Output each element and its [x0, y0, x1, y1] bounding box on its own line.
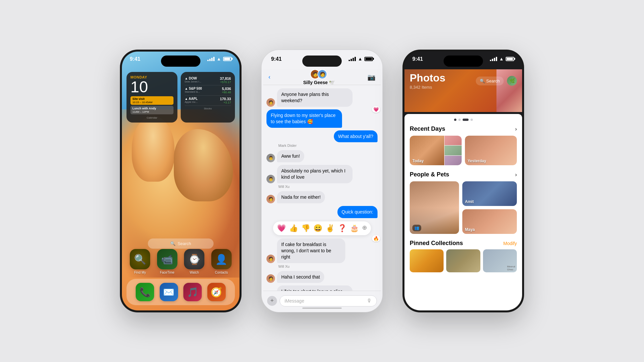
status-time-p2: 9:41	[271, 56, 282, 62]
react-peace[interactable]: ✌️	[326, 224, 334, 233]
react-thumbs-up[interactable]: 👍	[289, 224, 298, 233]
status-time-p1: 9:41	[130, 56, 140, 62]
react-cake[interactable]: 🎂	[350, 224, 359, 233]
reactions-bar[interactable]: 💗 👍 👎 😄 ✌️ ❓ 🎂 ⊕	[273, 221, 371, 235]
wifi-icon: ▲	[217, 56, 221, 61]
stock-name-dow: ▲ DOW	[185, 77, 201, 80]
app-watch[interactable]: ⌚ Watch	[184, 249, 204, 274]
wifi-icon-3: ▲	[499, 56, 504, 61]
cal-date: 10	[130, 79, 173, 95]
battery-icon-3	[506, 57, 514, 61]
conversation-header: 🧑 🧑 Silly Geese 🕊️	[303, 69, 335, 85]
msg-tapback-1: Flying down to my sister's place to see …	[266, 109, 378, 128]
message-input-field[interactable]: iMessage 🎙	[280, 295, 377, 306]
photos-screen: 9:41 ▲	[404, 52, 522, 310]
stocks-widget[interactable]: ▲ DOWDow Jones I... 37,816+570.17 ▲ S&P …	[181, 72, 235, 123]
signal-icon	[207, 57, 215, 61]
battery-icon-2	[364, 57, 373, 61]
dock-safari[interactable]: 🧭	[207, 283, 226, 301]
tab-dot-2[interactable]	[458, 119, 461, 121]
msg-bubble-1: Anyone have plans this weekend?	[277, 88, 353, 107]
add-attachment-button[interactable]: +	[267, 296, 277, 306]
pinned-title: Pinned Collections	[410, 240, 463, 247]
day-card-today-thumb: Today	[410, 136, 462, 165]
video-call-button[interactable]: 📷	[367, 73, 376, 81]
status-icons-p2: ▲	[349, 56, 373, 61]
app-icons-row: 🔍 Find My 📹 FaceTime ⌚ Watch 👤 Contacts	[126, 249, 235, 274]
user-avatar-photos[interactable]: 🌿	[507, 76, 517, 86]
react-heart[interactable]: 💗	[277, 224, 286, 233]
people-pets-arrow[interactable]: ›	[515, 172, 517, 178]
phone-1-home: 9:41 ▲ MONDAY 10 Site visit10:15	[120, 50, 242, 312]
today-side-2	[445, 146, 462, 155]
person-card-maya[interactable]: Maya	[462, 209, 517, 234]
tab-dot-grid[interactable]	[463, 119, 469, 121]
msg-row-10: 🧑 Life's too short to leave a slice behi…	[266, 285, 378, 291]
facetime-icon: 📹	[157, 249, 177, 269]
app-contacts[interactable]: 👤 Contacts	[211, 249, 232, 274]
yesterday-label: Yesterday	[468, 159, 486, 163]
msg-bubble-7: Quick question:	[337, 206, 378, 218]
msg-avatar-sm-6: 🧑	[266, 274, 275, 283]
dock-music[interactable]: 🎵	[183, 283, 202, 301]
search-icon-photos: 🔍	[480, 79, 485, 83]
tab-dot-1[interactable]	[454, 119, 456, 121]
dynamic-island-2	[302, 56, 342, 67]
photos-tabs	[410, 119, 517, 121]
app-facetime[interactable]: 📹 FaceTime	[157, 249, 177, 274]
group-name: Silly Geese 🕊️	[303, 80, 335, 85]
back-button[interactable]: ‹	[268, 74, 270, 80]
person-card-large[interactable]: 👥	[410, 181, 459, 234]
pinned-card-map[interactable]: MeerutGhaz...	[483, 249, 517, 272]
app-find-my[interactable]: 🔍 Find My	[130, 249, 150, 274]
tapback-heart: 💗	[372, 106, 380, 113]
search-label-photos: Search	[486, 79, 500, 83]
avatar-2: 🧑	[317, 69, 327, 79]
contacts-icon: 👤	[211, 249, 232, 269]
day-card-yesterday[interactable]: Yesterday	[465, 136, 517, 165]
home-search-bar[interactable]: 🔍 Search	[148, 238, 214, 249]
messages-list: 🧑 Anyone have plans this weekend? Flying…	[263, 85, 381, 291]
dynamic-island-3	[444, 56, 483, 67]
pinned-row: MeerutGhaz...	[410, 249, 517, 272]
photos-main-content: Recent Days › Today	[404, 114, 522, 310]
tab-dot-3[interactable]	[471, 119, 473, 121]
recent-days-header: Recent Days ›	[410, 125, 517, 132]
messages-screen: 9:41 ▲ ‹	[263, 52, 381, 310]
signal-icon-2	[349, 57, 356, 61]
msg-bubble-8: If cake for breakfast is wrong, I don't …	[277, 238, 345, 263]
msg-row-5: 👨 Absolutely no plans yet, which I kind …	[266, 165, 378, 183]
wifi-icon-2: ▲	[358, 56, 362, 61]
status-icons-p3: ▲	[490, 56, 514, 61]
sender-will-1: Will Xu	[266, 185, 378, 189]
photos-search-button[interactable]: 🔍 Search	[476, 77, 504, 85]
react-thumbs-down[interactable]: 👎	[301, 224, 310, 233]
calendar-widget[interactable]: MONDAY 10 Site visit10:15 – 10:45AM Lunc…	[126, 72, 177, 123]
tapback-fire: 🔥	[372, 235, 380, 242]
msg-bubble-9: Haha I second that	[277, 271, 324, 283]
dock-mail[interactable]: ✉️	[160, 283, 178, 301]
msg-avatar-sm-5: 🧑	[266, 255, 275, 263]
message-placeholder: iMessage	[285, 298, 304, 304]
day-card-today[interactable]: Today	[410, 136, 462, 165]
pinned-modify-button[interactable]: Modify	[503, 241, 517, 246]
person-card-amit[interactable]: Amit	[462, 181, 517, 206]
msg-avatar-sm-3: 👨	[266, 175, 275, 183]
msg-row-3: What about y'all?	[266, 130, 378, 143]
messages-navbar: ‹ 🧑 🧑 Silly Geese 🕊️ 📷	[263, 69, 381, 85]
msg-row-7: Quick question:	[266, 206, 378, 218]
stock-name-sp500: ▲ S&P 500	[185, 87, 202, 90]
mother-figure	[174, 129, 233, 201]
stock-row-dow: ▲ DOWDow Jones I... 37,816+570.17	[185, 75, 231, 85]
msg-avatar-sm-1: 🧑	[266, 98, 275, 107]
facetime-label: FaceTime	[160, 271, 174, 274]
dock-phone[interactable]: 📞	[136, 283, 154, 301]
react-more[interactable]: ⊕	[362, 224, 367, 233]
today-side-1	[445, 136, 462, 145]
pinned-card-2[interactable]	[446, 249, 480, 272]
msg-bubble-2: Flying down to my sister's place to see …	[266, 109, 342, 128]
pinned-card-1[interactable]	[410, 249, 444, 272]
react-haha[interactable]: 😄	[313, 224, 322, 233]
react-question[interactable]: ❓	[338, 224, 347, 233]
recent-days-arrow[interactable]: ›	[515, 126, 517, 132]
